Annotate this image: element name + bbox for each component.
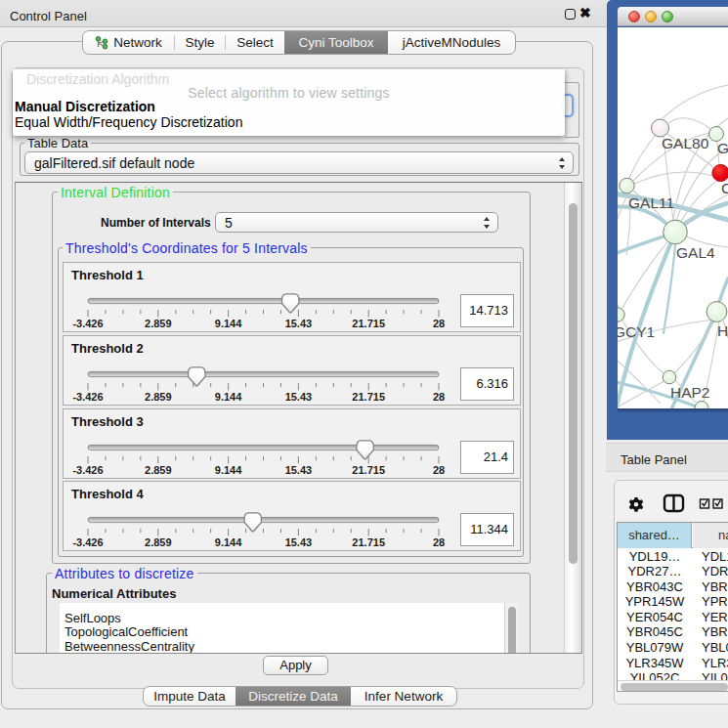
svg-text:15.43: 15.43 — [285, 318, 313, 329]
svg-text:C: C — [721, 180, 728, 196]
svg-text:21.715: 21.715 — [352, 391, 385, 403]
svg-text:-3.426: -3.426 — [72, 391, 103, 403]
svg-text:28: 28 — [433, 536, 445, 548]
svg-text:2.859: 2.859 — [145, 318, 172, 329]
svg-text:15.43: 15.43 — [285, 536, 313, 548]
svg-text:-3.426: -3.426 — [72, 318, 103, 329]
svg-text:GAL11: GAL11 — [628, 194, 674, 211]
svg-text:21.715: 21.715 — [352, 464, 385, 476]
svg-text:-3.426: -3.426 — [72, 464, 103, 476]
svg-text:9.144: 9.144 — [215, 464, 242, 476]
svg-text:21.715: 21.715 — [352, 536, 385, 548]
svg-text:2.859: 2.859 — [145, 464, 172, 476]
svg-text:28: 28 — [433, 464, 445, 476]
svg-text:GAL80: GAL80 — [662, 135, 709, 151]
svg-text:15.43: 15.43 — [285, 464, 313, 476]
svg-text:9.144: 9.144 — [215, 318, 242, 329]
svg-text:28: 28 — [433, 391, 445, 403]
svg-text:GAL4: GAL4 — [676, 244, 715, 261]
svg-text:-3.426: -3.426 — [72, 536, 103, 548]
svg-text:15.43: 15.43 — [285, 391, 313, 403]
svg-text:HAP2: HAP2 — [670, 384, 710, 401]
svg-text:28: 28 — [433, 318, 445, 329]
svg-text:2.859: 2.859 — [145, 391, 172, 403]
svg-text:2.859: 2.859 — [145, 536, 172, 548]
svg-text:9.144: 9.144 — [215, 536, 242, 548]
svg-text:21.715: 21.715 — [352, 318, 385, 329]
svg-text:H: H — [717, 322, 728, 339]
svg-text:GA: GA — [717, 140, 728, 156]
svg-text:9.144: 9.144 — [215, 391, 242, 403]
svg-text:GCY1: GCY1 — [618, 323, 655, 340]
